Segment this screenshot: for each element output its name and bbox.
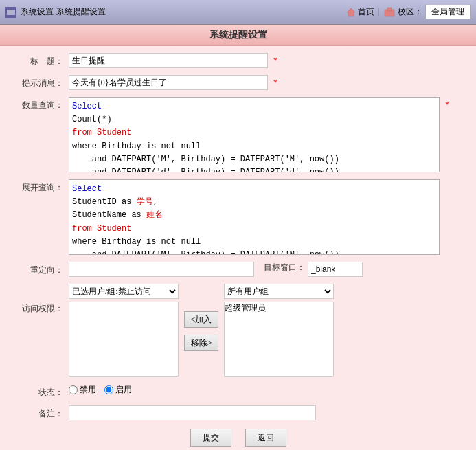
submit-button[interactable]: 提交 [190,429,231,447]
remark-field [69,405,462,420]
chongxiang-row: 重定向： 目标窗口： [14,262,462,277]
zhankai-row: 展开查询： Select StudentID as 学号, StudentNam… [14,179,462,255]
access-row: 已选用户/组:禁止访问 <加入 移除> 所有用户组 超级管理员 [69,284,334,377]
chongxiang-field: 目标窗口： [69,262,462,277]
svg-rect-4 [387,8,392,11]
access-left: 已选用户/组:禁止访问 [69,284,179,377]
chongxiang-input[interactable] [69,262,254,277]
fanwen-label: 访问权限： [14,284,69,315]
section-heading: 系统提醒设置 [0,25,476,46]
all-users-list[interactable]: 超级管理员 [224,302,334,377]
target-input[interactable] [308,262,363,277]
status-row: 状态： 禁用 启用 [14,384,462,398]
svg-rect-1 [7,10,15,15]
svg-marker-2 [347,8,355,16]
remark-input[interactable] [69,405,316,420]
campus-icon [384,7,395,18]
selected-users-list[interactable] [69,302,179,377]
biaoti-field: * [69,53,462,68]
enable-radio[interactable] [104,385,113,394]
tishi-label: 提示消息： [14,75,69,89]
divider1: | [378,7,380,17]
tishi-input[interactable] [69,75,268,90]
tishi-row: 提示消息： * [14,75,462,90]
enable-radio-item: 启用 [104,384,132,396]
add-button[interactable]: <加入 [184,311,218,328]
zhankai-code-area[interactable]: Select StudentID as 学号, StudentName as 姓… [69,179,440,255]
access-right: 所有用户组 超级管理员 [224,284,334,377]
shuliang-required: * [445,97,449,110]
tishi-field: * [69,75,462,90]
shuliang-label: 数量查询： [14,97,69,111]
remark-label: 备注： [14,405,69,420]
tishi-required: * [273,75,277,88]
bottom-buttons: 提交 返回 [14,429,462,450]
shuliang-row: 数量查询： Select Count(*) from Student where… [14,97,462,172]
title-bar-left: 系统设置-系统提醒设置 [5,6,106,18]
title-bar-right: 首页 | 校区： 全局管理 [345,5,471,19]
enable-label: 启用 [115,384,132,396]
title-bar: 系统设置-系统提醒设置 首页 | 校区： 全局管理 [0,0,476,25]
title-text: 系统设置-系统提醒设置 [21,6,106,18]
access-buttons: <加入 移除> [184,311,218,351]
status-label: 状态： [14,384,69,398]
biaoti-required: * [273,53,277,66]
superadmin-option: 超级管理员 [225,302,333,314]
window-icon [5,7,16,18]
home-icon [345,7,356,18]
chongxiang-label: 重定向： [14,262,69,276]
form-container: 标 题： * 提示消息： * 数量查询： Select Count(*) fro… [0,46,476,450]
shuliang-field: Select Count(*) from Student where Birth… [69,97,462,172]
back-button[interactable]: 返回 [245,429,286,447]
biaoti-label: 标 题： [14,53,69,67]
target-label: 目标窗口： [264,262,305,273]
remove-button[interactable]: 移除> [184,335,218,351]
remark-row: 备注： [14,405,462,420]
fanwen-row: 访问权限： 已选用户/组:禁止访问 <加入 移除> [14,284,462,377]
zhankai-field: Select StudentID as 学号, StudentName as 姓… [69,179,462,255]
zhankai-label: 展开查询： [14,179,69,194]
home-link[interactable]: 首页 [345,6,374,18]
disable-radio-item: 禁用 [69,384,96,396]
selected-users-select[interactable]: 已选用户/组:禁止访问 [69,284,179,299]
status-radio-group: 禁用 启用 [69,384,132,396]
campus-select-btn[interactable]: 全局管理 [425,5,471,19]
all-users-select[interactable]: 所有用户组 [224,284,334,299]
campus-label: 校区： [398,6,422,18]
home-label: 首页 [358,6,374,18]
disable-radio[interactable] [69,385,78,394]
shuliang-code-area[interactable]: Select Count(*) from Student where Birth… [69,97,440,172]
main-content: 系统提醒设置 标 题： * 提示消息： * 数量查询： Select [0,25,476,450]
disable-label: 禁用 [80,384,96,396]
biaoti-input[interactable] [69,53,268,68]
biaoti-row: 标 题： * [14,53,462,68]
